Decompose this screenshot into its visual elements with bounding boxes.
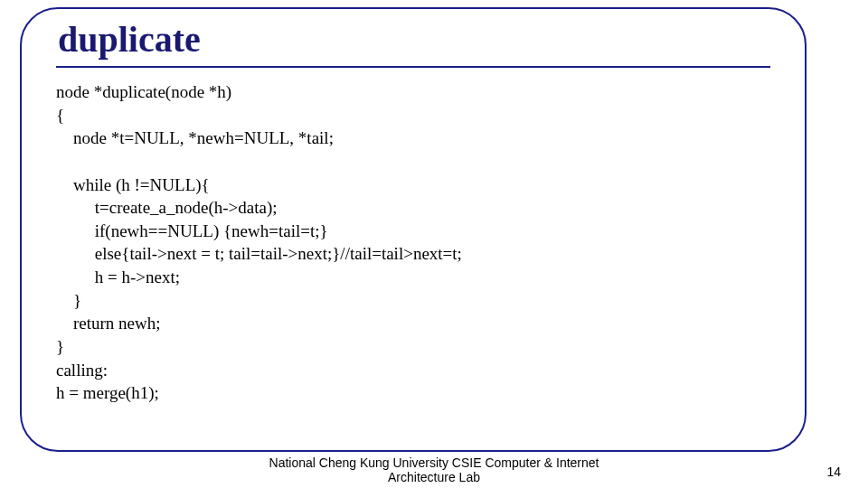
slide-title: duplicate — [58, 18, 770, 61]
footer: National Cheng Kung University CSIE Comp… — [0, 455, 868, 484]
page-number: 14 — [826, 465, 841, 479]
code-block: node *duplicate(node *h) { node *t=NULL,… — [56, 80, 770, 405]
title-divider — [56, 66, 770, 68]
slide-frame: duplicate node *duplicate(node *h) { nod… — [20, 7, 807, 452]
footer-text: National Cheng Kung University CSIE Comp… — [240, 455, 628, 484]
